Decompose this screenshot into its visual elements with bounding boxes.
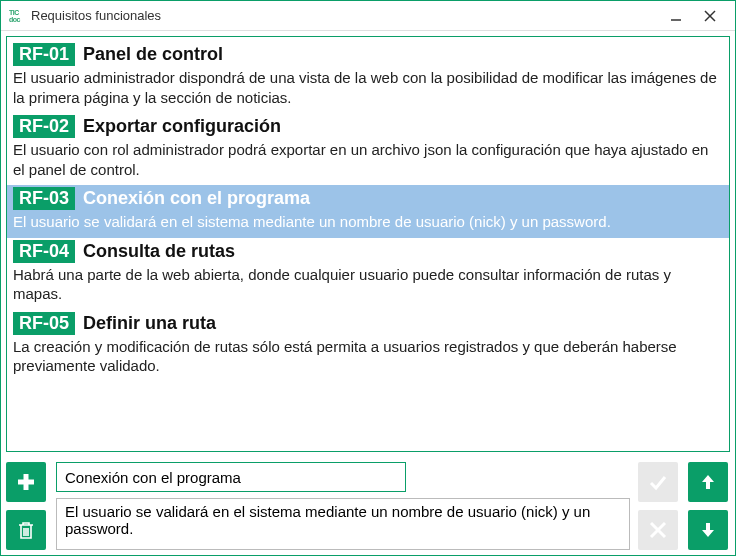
confirm-button bbox=[638, 462, 678, 502]
content-area: RF-01Panel de controlEl usuario administ… bbox=[1, 31, 735, 555]
editor-fields bbox=[56, 462, 630, 550]
editor-confirm-buttons bbox=[636, 462, 680, 550]
minimize-button[interactable] bbox=[659, 2, 693, 30]
requirement-title: Definir una ruta bbox=[83, 313, 216, 334]
requirement-code-badge: RF-03 bbox=[13, 187, 75, 210]
title-input[interactable] bbox=[56, 462, 406, 492]
app-icon-bottom: doc bbox=[9, 16, 25, 23]
requirements-list[interactable]: RF-01Panel de controlEl usuario administ… bbox=[6, 36, 730, 452]
editor-left-buttons bbox=[6, 462, 50, 550]
editor-move-buttons bbox=[686, 462, 730, 550]
cancel-button bbox=[638, 510, 678, 550]
requirement-item[interactable]: RF-02Exportar configuraciónEl usuario co… bbox=[7, 113, 729, 185]
move-up-button[interactable] bbox=[688, 462, 728, 502]
move-down-button[interactable] bbox=[688, 510, 728, 550]
requirement-head: RF-02Exportar configuración bbox=[13, 115, 723, 138]
app-icon-top: TIC bbox=[9, 9, 25, 16]
requirement-description: El usuario con rol administrador podrá e… bbox=[13, 140, 723, 179]
requirement-description: El usuario administrador dispondrá de un… bbox=[13, 68, 723, 107]
requirement-head: RF-04Consulta de rutas bbox=[13, 240, 723, 263]
description-input[interactable] bbox=[56, 498, 630, 550]
requirement-title: Panel de control bbox=[83, 44, 223, 65]
requirement-title: Exportar configuración bbox=[83, 116, 281, 137]
requirement-code-badge: RF-02 bbox=[13, 115, 75, 138]
requirement-head: RF-01Panel de control bbox=[13, 43, 723, 66]
requirement-item[interactable]: RF-03Conexión con el programaEl usuario … bbox=[7, 185, 729, 238]
requirement-item[interactable]: RF-05Definir una rutaLa creación y modif… bbox=[7, 310, 729, 382]
requirement-title: Consulta de rutas bbox=[83, 241, 235, 262]
app-window: TIC doc Requisitos funcionales RF-01Pane… bbox=[0, 0, 736, 556]
editor-panel bbox=[6, 452, 730, 550]
requirement-head: RF-03Conexión con el programa bbox=[13, 187, 723, 210]
requirement-item[interactable]: RF-04Consulta de rutasHabrá una parte de… bbox=[7, 238, 729, 310]
delete-button[interactable] bbox=[6, 510, 46, 550]
app-icon: TIC doc bbox=[9, 8, 25, 24]
requirement-head: RF-05Definir una ruta bbox=[13, 312, 723, 335]
requirement-title: Conexión con el programa bbox=[83, 188, 310, 209]
requirement-description: El usuario se validará en el sistema med… bbox=[13, 212, 723, 232]
close-button[interactable] bbox=[693, 2, 727, 30]
requirement-code-badge: RF-05 bbox=[13, 312, 75, 335]
requirement-code-badge: RF-01 bbox=[13, 43, 75, 66]
add-button[interactable] bbox=[6, 462, 46, 502]
requirement-item[interactable]: RF-01Panel de controlEl usuario administ… bbox=[7, 41, 729, 113]
requirement-description: La creación y modificación de rutas sólo… bbox=[13, 337, 723, 376]
requirement-description: Habrá una parte de la web abierta, donde… bbox=[13, 265, 723, 304]
requirement-code-badge: RF-04 bbox=[13, 240, 75, 263]
window-title: Requisitos funcionales bbox=[31, 8, 659, 23]
titlebar: TIC doc Requisitos funcionales bbox=[1, 1, 735, 31]
